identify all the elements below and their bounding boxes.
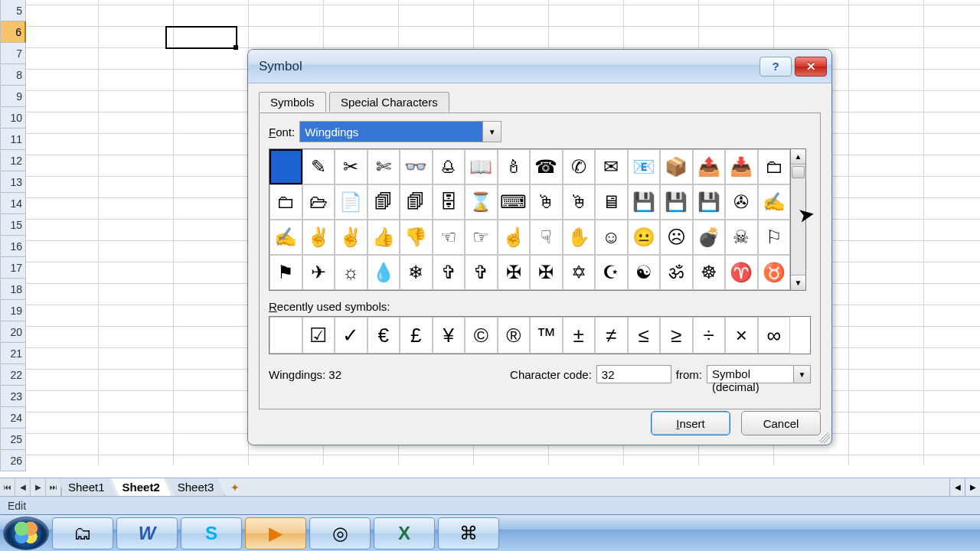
symbol-cell[interactable]: 🗀	[758, 149, 791, 184]
recent-symbol-cell[interactable]: ×	[725, 317, 758, 354]
symbol-cell[interactable]: 🖰	[530, 184, 563, 220]
row-header[interactable]: 5	[0, 0, 26, 21]
row-header[interactable]: 15	[0, 214, 26, 236]
taskbar-word[interactable]: W	[116, 517, 178, 549]
taskbar-terminal[interactable]: ⌘	[438, 517, 499, 549]
symbol-cell[interactable]: 🗄	[433, 184, 466, 220]
symbol-cell[interactable]: 🗀	[270, 184, 302, 220]
symbol-cell[interactable]: ✉	[595, 149, 628, 184]
recent-symbol-cell[interactable]: ∞	[758, 317, 791, 354]
tab-symbols[interactable]: Symbols	[259, 92, 326, 112]
prev-sheet-button[interactable]: ◀	[15, 478, 31, 496]
chevron-down-icon[interactable]: ▼	[793, 366, 810, 383]
symbol-cell[interactable]: ✂	[335, 149, 368, 184]
row-header[interactable]: 24	[0, 407, 26, 429]
taskbar-explorer[interactable]: 🗂	[52, 517, 113, 549]
tab-special-characters[interactable]: Special Characters	[329, 92, 449, 112]
symbol-cell[interactable]: 👎	[400, 220, 433, 255]
sheet-tab-3[interactable]: Sheet3	[167, 478, 226, 496]
symbol-cell[interactable]: 💾	[628, 184, 661, 220]
symbol-cell[interactable]: 📥	[725, 149, 758, 184]
symbol-cell[interactable]: ✠	[498, 255, 531, 290]
symbol-cell[interactable]: 💣	[693, 220, 726, 255]
recent-symbol-cell[interactable]: ±	[563, 317, 596, 354]
symbol-cell[interactable]: 📄	[335, 184, 368, 220]
from-combobox[interactable]: Symbol (decimal) ▼	[707, 365, 811, 383]
symbol-cell[interactable]: 🗁	[302, 184, 335, 220]
symbol-cell[interactable]: 💾	[660, 184, 693, 220]
sheet-tab-1[interactable]: Sheet1	[57, 478, 116, 496]
symbol-grid[interactable]: ✎✂✄👓🕭📖🕯☎✆✉📧📦📤📥🗀🗀🗁📄🗐🗐🗄⌛⌨🖰🖰🖥💾💾💾✇✍✍✌✌👍👎☜☞☝☟…	[269, 148, 791, 291]
symbol-cell[interactable]: ❄	[400, 255, 433, 290]
character-code-input[interactable]	[596, 365, 671, 383]
symbol-cell[interactable]: ✌	[302, 220, 335, 255]
symbol-cell[interactable]: ॐ	[660, 255, 693, 290]
symbol-cell[interactable]: ✇	[725, 184, 758, 220]
row-header[interactable]: 20	[0, 321, 26, 343]
symbol-cell[interactable]: 📦	[660, 149, 693, 184]
symbol-cell[interactable]: 🗐	[400, 184, 433, 220]
symbol-cell[interactable]: 💾	[693, 184, 726, 220]
font-input[interactable]	[300, 122, 482, 142]
recent-symbol-cell[interactable]: ≥	[660, 317, 693, 354]
symbol-cell[interactable]: ⌨	[498, 184, 531, 220]
symbol-cell[interactable]: ☹	[660, 220, 693, 255]
symbol-cell[interactable]: 😐	[628, 220, 661, 255]
start-button[interactable]	[3, 517, 49, 550]
row-header[interactable]: 12	[0, 150, 26, 171]
symbol-cell[interactable]: ☯	[628, 255, 661, 290]
scroll-up-icon[interactable]: ▲	[791, 149, 805, 165]
symbol-cell[interactable]: 👓	[400, 149, 433, 184]
symbol-cell[interactable]: ☟	[530, 220, 563, 255]
symbol-cell[interactable]: ♉	[758, 255, 791, 290]
symbol-cell[interactable]: 👍	[368, 220, 400, 255]
row-header[interactable]: 22	[0, 364, 26, 386]
next-sheet-button[interactable]: ▶	[31, 478, 46, 496]
recent-symbol-cell[interactable]: ☑	[302, 317, 335, 354]
insert-button[interactable]: Insert	[651, 411, 730, 435]
symbol-cell[interactable]: ⚑	[270, 255, 302, 290]
symbol-cell[interactable]: 🕭	[433, 149, 466, 184]
symbol-cell[interactable]: ✡	[563, 255, 596, 290]
row-header[interactable]: 25	[0, 429, 26, 450]
symbol-cell[interactable]: ⚐	[758, 220, 791, 255]
symbol-cell[interactable]: ⌛	[465, 184, 498, 220]
row-header[interactable]: 26	[0, 450, 26, 471]
help-button[interactable]: ?	[760, 57, 792, 77]
symbol-cell[interactable]: ✆	[563, 149, 596, 184]
symbol-cell[interactable]: ☠	[725, 220, 758, 255]
symbol-cell[interactable]: ✈	[302, 255, 335, 290]
symbol-cell[interactable]: ✋	[563, 220, 596, 255]
recent-symbol-cell[interactable]: ÷	[693, 317, 726, 354]
symbol-cell[interactable]	[270, 149, 302, 184]
recent-symbol-cell[interactable]: ✓	[335, 317, 368, 354]
hscroll-left-button[interactable]: ◀	[949, 478, 965, 496]
symbol-scrollbar[interactable]: ▲ ▼	[791, 148, 806, 291]
symbol-cell[interactable]: ✎	[302, 149, 335, 184]
recent-symbol-cell[interactable]: ©	[465, 317, 498, 354]
symbol-cell[interactable]: ☝	[498, 220, 531, 255]
row-header[interactable]: 16	[0, 236, 26, 257]
recent-grid[interactable]: ☑✓€£¥©®™±≠≤≥÷×∞	[269, 316, 811, 354]
row-header[interactable]: 11	[0, 129, 26, 150]
row-header[interactable]: 23	[0, 386, 26, 407]
scroll-down-icon[interactable]: ▼	[791, 275, 805, 290]
symbol-cell[interactable]: ✠	[530, 255, 563, 290]
symbol-cell[interactable]: ✞	[433, 255, 466, 290]
symbol-cell[interactable]: 🕯	[498, 149, 531, 184]
row-header[interactable]: 17	[0, 257, 26, 279]
symbol-cell[interactable]: ✞	[465, 255, 498, 290]
scroll-thumb[interactable]	[792, 166, 805, 178]
symbol-cell[interactable]: ☪	[595, 255, 628, 290]
recent-symbol-cell[interactable]: £	[400, 317, 433, 354]
row-header[interactable]: 6	[0, 21, 26, 43]
recent-symbol-cell[interactable]	[270, 317, 302, 354]
symbol-cell[interactable]: ☼	[335, 255, 368, 290]
row-header[interactable]: 13	[0, 171, 26, 193]
taskbar-excel[interactable]: X	[374, 517, 435, 549]
taskbar-media[interactable]: ▶	[245, 517, 306, 549]
symbol-cell[interactable]: ♈	[725, 255, 758, 290]
symbol-cell[interactable]: ✄	[368, 149, 400, 184]
symbol-cell[interactable]: ☺	[595, 220, 628, 255]
symbol-cell[interactable]: ☸	[693, 255, 726, 290]
